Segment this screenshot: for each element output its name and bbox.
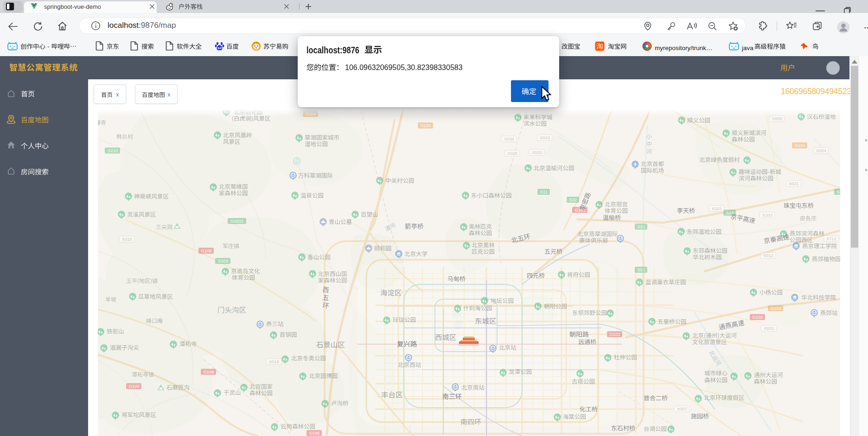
svg-text:S209: S209	[218, 258, 228, 263]
svg-text:X203: X203	[762, 212, 772, 218]
svg-text:X007: X007	[677, 406, 687, 411]
svg-text:G108: G108	[203, 369, 214, 374]
svg-text:X019: X019	[269, 359, 279, 364]
svg-text:X010: X010	[122, 237, 132, 242]
svg-text:G105: G105	[309, 430, 319, 436]
svg-text:G102: G102	[770, 306, 781, 311]
svg-text:G4501: G4501	[230, 218, 244, 224]
svg-text:X025: X025	[507, 151, 517, 156]
svg-text:G102: G102	[752, 314, 763, 320]
svg-text:S11: S11	[540, 189, 548, 194]
svg-text:X203: X203	[764, 326, 774, 331]
svg-text:G102: G102	[609, 332, 620, 337]
svg-text:X022: X022	[540, 135, 550, 140]
svg-text:X712: X712	[826, 236, 836, 241]
svg-text:S32: S32	[569, 197, 577, 202]
svg-text:X020: X020	[532, 150, 542, 155]
svg-text:G109: G109	[128, 384, 139, 389]
svg-text:X036: X036	[504, 136, 514, 141]
svg-text:S224: S224	[795, 143, 805, 148]
svg-text:X004: X004	[816, 148, 826, 153]
svg-text:S51: S51	[638, 224, 645, 229]
svg-text:G108: G108	[201, 248, 211, 253]
svg-text:S210: S210	[108, 148, 118, 153]
svg-text:X021: X021	[789, 181, 799, 186]
svg-text:X012: X012	[763, 253, 773, 258]
svg-text:X005: X005	[772, 116, 782, 121]
svg-text:S32: S32	[837, 189, 840, 194]
svg-text:X201: X201	[712, 206, 722, 211]
svg-text:S51: S51	[638, 267, 645, 272]
svg-text:G234: G234	[420, 123, 431, 128]
